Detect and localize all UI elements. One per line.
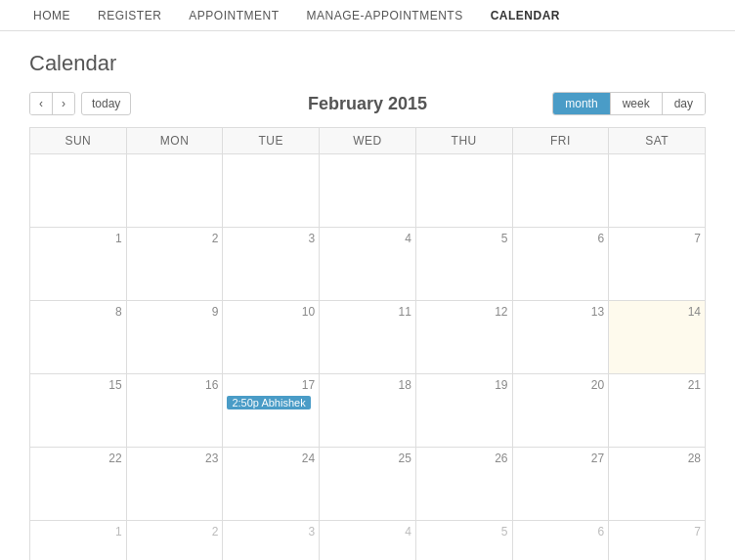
- header-fri: FRI: [512, 128, 609, 154]
- month-title: February 2015: [308, 94, 427, 114]
- calendar-cell[interactable]: 9: [126, 301, 223, 374]
- calendar-cell[interactable]: 5: [415, 228, 512, 301]
- calendar-cell[interactable]: 7: [609, 521, 706, 561]
- calendar-cell[interactable]: 27: [512, 448, 609, 521]
- week-view-button[interactable]: week: [611, 93, 663, 114]
- calendar-controls: ‹ › today February 2015 month week day: [29, 92, 706, 115]
- calendar-cell[interactable]: 10: [223, 301, 320, 374]
- nav-item-home[interactable]: HOME: [20, 0, 84, 30]
- page-content: Calendar ‹ › today February 2015 month w…: [0, 31, 735, 560]
- day-number: 6: [517, 525, 605, 538]
- nav-item-manage-appointments[interactable]: MANAGE-APPOINTMENTS: [293, 0, 477, 30]
- calendar-cell[interactable]: 20: [512, 374, 609, 448]
- header-thu: THU: [415, 128, 512, 154]
- calendar-cell[interactable]: [415, 154, 512, 228]
- day-number: 6: [517, 232, 605, 245]
- calendar-cell[interactable]: 6: [512, 228, 609, 301]
- nav-btn-group: ‹ ›: [29, 92, 75, 115]
- day-number: 13: [517, 305, 605, 319]
- calendar-cell[interactable]: 28: [609, 448, 706, 521]
- header-wed: WED: [320, 128, 416, 154]
- calendar-cell[interactable]: 1: [30, 228, 127, 301]
- calendar-cell[interactable]: 4: [320, 228, 416, 301]
- week-row: 1516172:50p Abhishek18192021: [30, 374, 706, 448]
- month-view-button[interactable]: month: [553, 93, 610, 114]
- day-number: 15: [34, 378, 122, 392]
- calendar-cell[interactable]: 11: [320, 301, 416, 374]
- calendar-cell[interactable]: [223, 154, 320, 228]
- header-tue: TUE: [223, 128, 320, 154]
- calendar-cell[interactable]: 4: [320, 521, 416, 561]
- day-number: 28: [613, 452, 701, 465]
- day-number: 23: [131, 452, 219, 465]
- next-button[interactable]: ›: [53, 93, 74, 114]
- calendar-cell[interactable]: 13: [512, 301, 609, 374]
- day-number: 9: [131, 305, 219, 319]
- calendar-cell[interactable]: 21: [609, 374, 706, 448]
- calendar-cell[interactable]: 26: [415, 448, 512, 521]
- calendar-cell[interactable]: 2: [126, 521, 223, 561]
- calendar-cell[interactable]: 6: [512, 521, 609, 561]
- calendar-cell[interactable]: 5: [415, 521, 512, 561]
- day-number: 8: [34, 305, 122, 319]
- week-row: 891011121314: [30, 301, 706, 374]
- view-btn-group: month week day: [552, 92, 706, 115]
- calendar-cell[interactable]: 16: [126, 374, 223, 448]
- calendar-cell[interactable]: 1: [30, 521, 127, 561]
- week-row: 1234567: [30, 228, 706, 301]
- calendar-cell[interactable]: 25: [320, 448, 416, 521]
- calendar-header: SUNMONTUEWEDTHUFRISAT: [30, 128, 706, 154]
- day-number: 25: [324, 452, 411, 465]
- day-number: 24: [227, 452, 315, 465]
- day-number: 26: [420, 452, 508, 465]
- navbar: HOMEREGISTERAPPOINTMENTMANAGE-APPOINTMEN…: [0, 0, 735, 31]
- calendar-cell[interactable]: 8: [30, 301, 127, 374]
- day-view-button[interactable]: day: [663, 93, 705, 114]
- day-number: 1: [34, 525, 122, 538]
- calendar-cell[interactable]: [609, 154, 706, 228]
- calendar-cell[interactable]: 14: [609, 301, 706, 374]
- day-number: 4: [324, 232, 411, 245]
- calendar-cell[interactable]: 22: [30, 448, 127, 521]
- prev-button[interactable]: ‹: [30, 93, 53, 114]
- header-row: SUNMONTUEWEDTHUFRISAT: [30, 128, 706, 154]
- day-number: 12: [420, 305, 508, 319]
- day-number: 5: [420, 525, 508, 538]
- day-number: 5: [420, 232, 508, 245]
- day-number: 20: [517, 378, 605, 392]
- day-number: 27: [517, 452, 605, 465]
- nav-item-calendar[interactable]: CALENDAR: [477, 0, 574, 30]
- week-row: 1234567: [30, 521, 706, 561]
- day-number: 3: [227, 232, 315, 245]
- event-badge[interactable]: 2:50p Abhishek: [227, 396, 310, 409]
- calendar-cell[interactable]: 7: [609, 228, 706, 301]
- day-number: 10: [227, 305, 315, 319]
- day-number: 19: [420, 378, 508, 392]
- calendar-cell[interactable]: 2: [126, 228, 223, 301]
- day-number: 11: [324, 305, 411, 319]
- calendar-cell[interactable]: 24: [223, 448, 320, 521]
- day-number: 1: [34, 232, 122, 245]
- week-row: 22232425262728: [30, 448, 706, 521]
- calendar-cell[interactable]: 19: [415, 374, 512, 448]
- day-number: 18: [324, 378, 411, 392]
- calendar-cell[interactable]: 3: [223, 521, 320, 561]
- calendar-cell[interactable]: [126, 154, 223, 228]
- calendar-cell[interactable]: 12: [415, 301, 512, 374]
- calendar-cell[interactable]: 3: [223, 228, 320, 301]
- nav-item-appointment[interactable]: APPOINTMENT: [175, 0, 292, 30]
- calendar-cell[interactable]: 15: [30, 374, 127, 448]
- calendar-cell[interactable]: 172:50p Abhishek: [223, 374, 320, 448]
- calendar-table: SUNMONTUEWEDTHUFRISAT 123456789101112131…: [29, 127, 706, 560]
- calendar-cell[interactable]: 18: [320, 374, 416, 448]
- nav-item-register[interactable]: REGISTER: [84, 0, 175, 30]
- day-number: 2: [131, 232, 219, 245]
- day-number: 14: [613, 305, 701, 319]
- calendar-cell[interactable]: [30, 154, 127, 228]
- calendar-cell[interactable]: 23: [126, 448, 223, 521]
- calendar-cell[interactable]: [512, 154, 609, 228]
- today-button[interactable]: today: [81, 92, 131, 115]
- calendar-cell[interactable]: [320, 154, 416, 228]
- day-number: 17: [227, 378, 315, 392]
- header-sun: SUN: [30, 128, 127, 154]
